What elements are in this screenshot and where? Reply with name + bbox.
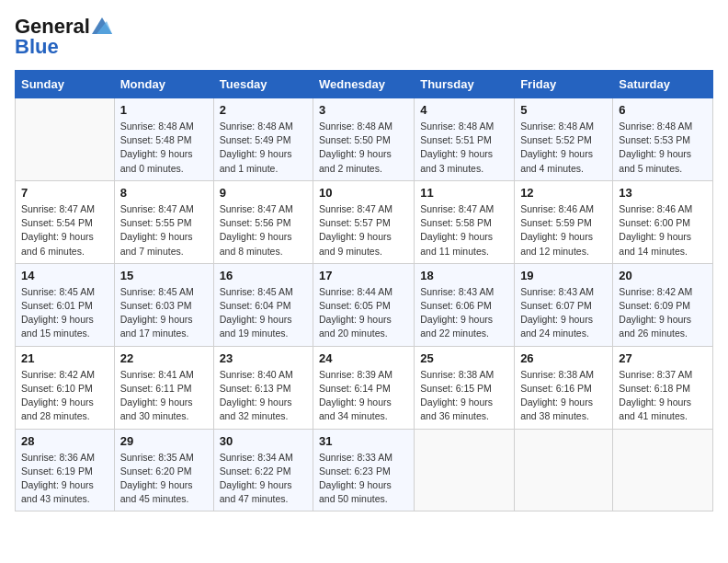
day-number: 19 — [520, 269, 607, 282]
calendar-cell: 23Sunrise: 8:40 AMSunset: 6:13 PMDayligh… — [213, 346, 313, 429]
calendar-cell: 24Sunrise: 8:39 AMSunset: 6:14 PMDayligh… — [313, 346, 415, 429]
day-number: 28 — [21, 434, 108, 448]
calendar-table: SundayMondayTuesdayWednesdayThursdayFrid… — [15, 70, 713, 511]
calendar-cell: 12Sunrise: 8:46 AMSunset: 5:59 PMDayligh… — [515, 180, 613, 263]
calendar-cell: 6Sunrise: 8:48 AMSunset: 5:53 PMDaylight… — [613, 98, 713, 181]
weekday-header-saturday: Saturday — [613, 71, 713, 98]
day-number: 15 — [120, 269, 208, 282]
day-info: Sunrise: 8:36 AMSunset: 6:19 PMDaylight:… — [21, 451, 108, 507]
day-info: Sunrise: 8:48 AMSunset: 5:49 PMDaylight:… — [220, 120, 307, 176]
day-number: 26 — [520, 351, 607, 365]
day-info: Sunrise: 8:33 AMSunset: 6:23 PMDaylight:… — [319, 451, 408, 507]
calendar-cell: 10Sunrise: 8:47 AMSunset: 5:57 PMDayligh… — [313, 180, 415, 263]
calendar-header: SundayMondayTuesdayWednesdayThursdayFrid… — [16, 71, 713, 98]
calendar-cell: 20Sunrise: 8:42 AMSunset: 6:09 PMDayligh… — [613, 263, 713, 346]
day-number: 7 — [21, 186, 108, 200]
day-info: Sunrise: 8:45 AMSunset: 6:01 PMDaylight:… — [21, 285, 108, 341]
weekday-header-thursday: Thursday — [415, 71, 515, 98]
day-info: Sunrise: 8:46 AMSunset: 6:00 PMDaylight:… — [619, 202, 707, 259]
weekday-header-wednesday: Wednesday — [313, 71, 415, 98]
calendar-cell: 26Sunrise: 8:38 AMSunset: 6:16 PMDayligh… — [515, 346, 613, 429]
page-header: General Blue — [15, 15, 713, 59]
day-info: Sunrise: 8:43 AMSunset: 6:07 PMDaylight:… — [520, 285, 607, 341]
calendar-cell — [515, 429, 613, 511]
calendar-week-4: 21Sunrise: 8:42 AMSunset: 6:10 PMDayligh… — [16, 346, 713, 429]
calendar-cell: 8Sunrise: 8:47 AMSunset: 5:55 PMDaylight… — [114, 180, 213, 263]
calendar-cell: 1Sunrise: 8:48 AMSunset: 5:48 PMDaylight… — [114, 98, 213, 181]
calendar-week-1: 1Sunrise: 8:48 AMSunset: 5:48 PMDaylight… — [16, 98, 713, 181]
day-info: Sunrise: 8:48 AMSunset: 5:48 PMDaylight:… — [120, 120, 208, 176]
calendar-cell: 22Sunrise: 8:41 AMSunset: 6:11 PMDayligh… — [114, 346, 213, 429]
calendar-week-2: 7Sunrise: 8:47 AMSunset: 5:54 PMDaylight… — [16, 180, 713, 263]
day-number: 6 — [619, 103, 707, 117]
day-info: Sunrise: 8:47 AMSunset: 5:58 PMDaylight:… — [420, 202, 508, 259]
calendar-cell: 4Sunrise: 8:48 AMSunset: 5:51 PMDaylight… — [415, 98, 515, 181]
day-number: 30 — [220, 434, 307, 448]
calendar-cell: 13Sunrise: 8:46 AMSunset: 6:00 PMDayligh… — [613, 180, 713, 263]
day-info: Sunrise: 8:41 AMSunset: 6:11 PMDaylight:… — [120, 368, 208, 424]
day-number: 11 — [420, 186, 508, 200]
day-number: 9 — [220, 186, 307, 200]
calendar-cell: 18Sunrise: 8:43 AMSunset: 6:06 PMDayligh… — [415, 263, 515, 346]
day-number: 4 — [420, 103, 508, 117]
logo-icon — [92, 17, 112, 34]
day-number: 3 — [319, 103, 408, 117]
day-number: 18 — [420, 269, 508, 282]
day-number: 8 — [120, 186, 208, 200]
day-number: 31 — [319, 434, 408, 448]
calendar-cell — [613, 429, 713, 511]
day-number: 27 — [619, 351, 707, 365]
logo-text-blue: Blue — [15, 35, 59, 59]
day-number: 10 — [319, 186, 408, 200]
day-number: 23 — [220, 351, 307, 365]
day-info: Sunrise: 8:42 AMSunset: 6:10 PMDaylight:… — [21, 368, 108, 424]
day-info: Sunrise: 8:46 AMSunset: 5:59 PMDaylight:… — [520, 202, 607, 259]
calendar-cell: 25Sunrise: 8:38 AMSunset: 6:15 PMDayligh… — [415, 346, 515, 429]
day-info: Sunrise: 8:37 AMSunset: 6:18 PMDaylight:… — [619, 368, 707, 424]
calendar-week-5: 28Sunrise: 8:36 AMSunset: 6:19 PMDayligh… — [16, 429, 713, 511]
weekday-header-sunday: Sunday — [16, 71, 115, 98]
day-info: Sunrise: 8:35 AMSunset: 6:20 PMDaylight:… — [120, 451, 208, 507]
calendar-cell: 16Sunrise: 8:45 AMSunset: 6:04 PMDayligh… — [213, 263, 313, 346]
day-info: Sunrise: 8:47 AMSunset: 5:56 PMDaylight:… — [220, 202, 307, 259]
calendar-cell: 5Sunrise: 8:48 AMSunset: 5:52 PMDaylight… — [515, 98, 613, 181]
calendar-cell: 3Sunrise: 8:48 AMSunset: 5:50 PMDaylight… — [313, 98, 415, 181]
day-info: Sunrise: 8:47 AMSunset: 5:55 PMDaylight:… — [120, 202, 208, 259]
logo: General Blue — [15, 15, 112, 59]
calendar-cell: 7Sunrise: 8:47 AMSunset: 5:54 PMDaylight… — [16, 180, 115, 263]
calendar-cell — [16, 98, 115, 181]
day-number: 13 — [619, 186, 707, 200]
day-info: Sunrise: 8:47 AMSunset: 5:54 PMDaylight:… — [21, 202, 108, 259]
day-info: Sunrise: 8:45 AMSunset: 6:03 PMDaylight:… — [120, 285, 208, 341]
calendar-cell: 15Sunrise: 8:45 AMSunset: 6:03 PMDayligh… — [114, 263, 213, 346]
day-number: 5 — [520, 103, 607, 117]
day-number: 12 — [520, 186, 607, 200]
calendar-cell: 9Sunrise: 8:47 AMSunset: 5:56 PMDaylight… — [213, 180, 313, 263]
day-number: 24 — [319, 351, 408, 365]
day-number: 21 — [21, 351, 108, 365]
calendar-cell: 28Sunrise: 8:36 AMSunset: 6:19 PMDayligh… — [16, 429, 115, 511]
weekday-header-friday: Friday — [515, 71, 613, 98]
day-info: Sunrise: 8:48 AMSunset: 5:52 PMDaylight:… — [520, 120, 607, 176]
calendar-cell — [415, 429, 515, 511]
day-info: Sunrise: 8:38 AMSunset: 6:16 PMDaylight:… — [520, 368, 607, 424]
calendar-cell: 2Sunrise: 8:48 AMSunset: 5:49 PMDaylight… — [213, 98, 313, 181]
day-info: Sunrise: 8:38 AMSunset: 6:15 PMDaylight:… — [420, 368, 508, 424]
day-number: 2 — [220, 103, 307, 117]
calendar-cell: 29Sunrise: 8:35 AMSunset: 6:20 PMDayligh… — [114, 429, 213, 511]
calendar-cell: 19Sunrise: 8:43 AMSunset: 6:07 PMDayligh… — [515, 263, 613, 346]
day-number: 29 — [120, 434, 208, 448]
day-number: 17 — [319, 269, 408, 282]
calendar-week-3: 14Sunrise: 8:45 AMSunset: 6:01 PMDayligh… — [16, 263, 713, 346]
day-info: Sunrise: 8:43 AMSunset: 6:06 PMDaylight:… — [420, 285, 508, 341]
weekday-header-tuesday: Tuesday — [213, 71, 313, 98]
day-info: Sunrise: 8:39 AMSunset: 6:14 PMDaylight:… — [319, 368, 408, 424]
calendar-cell: 31Sunrise: 8:33 AMSunset: 6:23 PMDayligh… — [313, 429, 415, 511]
weekday-header-monday: Monday — [114, 71, 213, 98]
day-number: 14 — [21, 269, 108, 282]
day-info: Sunrise: 8:45 AMSunset: 6:04 PMDaylight:… — [220, 285, 307, 341]
calendar-cell: 21Sunrise: 8:42 AMSunset: 6:10 PMDayligh… — [16, 346, 115, 429]
day-info: Sunrise: 8:48 AMSunset: 5:50 PMDaylight:… — [319, 120, 408, 176]
day-number: 20 — [619, 269, 707, 282]
calendar-cell: 30Sunrise: 8:34 AMSunset: 6:22 PMDayligh… — [213, 429, 313, 511]
